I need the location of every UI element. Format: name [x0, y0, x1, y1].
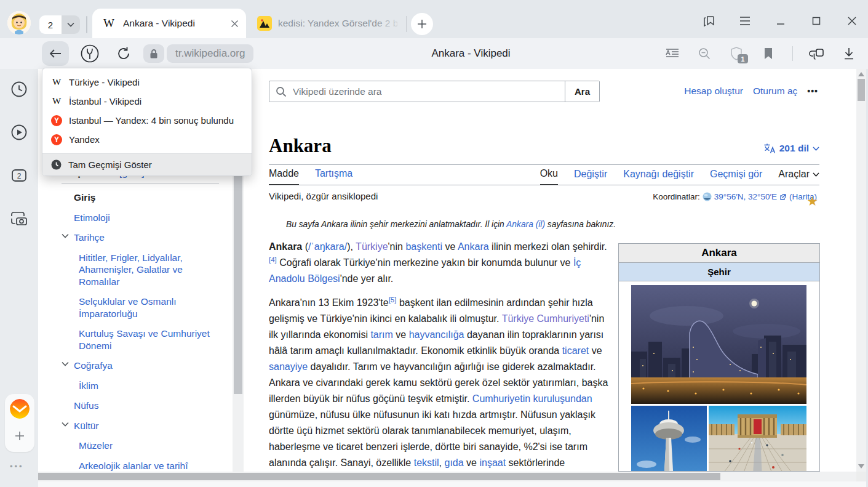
infobox-photo-atakule-tower[interactable] [631, 406, 707, 472]
tab-group-count[interactable]: 2 [39, 15, 62, 34]
tab-ankara-vikipedi[interactable]: W Ankara - Vikipedi [92, 9, 246, 38]
new-tab-button[interactable] [411, 13, 433, 35]
toc-item-tarihce[interactable]: Tarihçe [62, 231, 223, 244]
protect-shield-button[interactable]: 1 [728, 46, 744, 62]
menu-button[interactable] [738, 14, 752, 28]
bookmark-page-button[interactable] [760, 46, 776, 62]
wiki-search-input[interactable] [293, 86, 565, 97]
tabs-panel-button[interactable]: 2 [9, 165, 30, 186]
screenshot-camera-icon [9, 210, 29, 227]
close-window-button[interactable] [845, 14, 859, 28]
download-icon [843, 47, 855, 60]
add-widget-button[interactable] [10, 426, 30, 446]
tab-gecmisi-gor[interactable]: Geçmişi gör [710, 169, 762, 185]
toc-divider [62, 183, 219, 184]
toolbar-separator [792, 46, 793, 61]
tab-tartisma[interactable]: Tartışma [315, 168, 352, 185]
close-tab-icon[interactable] [231, 20, 239, 28]
scroll-up-arrow[interactable] [858, 72, 864, 76]
wiki-search-button[interactable]: Ara [565, 81, 599, 102]
language-selector[interactable]: 201 dil [763, 143, 819, 154]
yandex-favicon: Y [51, 115, 62, 126]
toc-item-kurtulus[interactable]: Kurtuluş Savaşı ve Cumhuriyet Dönemi [62, 328, 223, 352]
toc-item-nufus[interactable]: Nüfus [62, 400, 223, 412]
site-security-button[interactable] [143, 44, 164, 63]
infobox-photo-cityscape-night[interactable] [631, 285, 806, 404]
sidebar-more-button[interactable]: ••• [10, 462, 24, 471]
browser-tab-bar: 2 W Ankara - Vikipedi kedisi: Yandex Gör… [0, 0, 868, 38]
reader-mode-button[interactable] [664, 46, 680, 62]
chevron-down-icon [813, 172, 819, 177]
toc-item-iklim[interactable]: İklim [62, 380, 223, 392]
tab-araclar[interactable]: Araçlar [778, 169, 819, 185]
url-text: tr.wikipedia.org [175, 47, 245, 60]
vertical-scrollbar-thumb[interactable] [858, 79, 865, 101]
back-button[interactable] [42, 41, 69, 66]
toc-item-cografya[interactable]: Coğrafya [62, 360, 223, 372]
infobox-title: Ankara [619, 244, 819, 263]
infobox-photo-row [631, 406, 807, 472]
featured-article-star-icon[interactable]: ★ [806, 194, 818, 209]
create-account-link[interactable]: Hesap oluştur [684, 86, 743, 97]
address-bar[interactable]: tr.wikipedia.org [167, 44, 253, 63]
toc-item-kultur[interactable]: Kültür [62, 420, 223, 432]
tab-madde[interactable]: Madde [269, 168, 299, 185]
account-more-button[interactable]: ••• [807, 86, 818, 96]
page-horizontal-scrollbar[interactable] [38, 472, 856, 481]
collections-icon [702, 14, 717, 28]
yandex-home-button[interactable] [79, 43, 101, 64]
key-icon [809, 46, 825, 61]
profile-avatar[interactable] [7, 11, 31, 34]
toolbar-page-title[interactable]: Ankara - Vikipedi [265, 38, 677, 69]
history-button[interactable] [9, 79, 30, 100]
tab-degistir[interactable]: Değiştir [574, 169, 607, 185]
chevron-down-icon[interactable] [62, 422, 69, 427]
site-subtitle: Vikipedi, özgür ansiklopedi [269, 191, 378, 201]
horizontal-scrollbar-thumb[interactable] [38, 473, 720, 480]
toc-item-muzeler[interactable]: Müzeler [62, 440, 223, 452]
show-full-history-button[interactable]: Tam Geçmişi Göster [42, 153, 252, 175]
page-vertical-scrollbar[interactable] [856, 69, 866, 472]
tab-group-counter[interactable]: 2 [39, 15, 80, 34]
toc-item-selcuklular[interactable]: Selçuklular ve Osmanlı İmparatorluğu [62, 296, 223, 320]
chevron-down-icon[interactable] [62, 233, 69, 238]
reload-button[interactable] [113, 43, 134, 64]
history-dropdown: W Türkiye - Vikipedi W İstanbul - Vikipe… [42, 68, 252, 176]
toc-scrollbar[interactable] [233, 167, 244, 472]
tab-kedisi-yandex-gorsel[interactable]: kedisi: Yandex Görsel'de 2 b [249, 9, 404, 38]
zoom-page-button[interactable] [696, 46, 712, 62]
tab-kaynagi-degistir[interactable]: Kaynağı değiştir [623, 169, 694, 185]
tab-oku[interactable]: Oku [540, 168, 558, 185]
magnifier-minus-icon [698, 47, 711, 60]
infobox-photo-anitkabir[interactable] [709, 406, 806, 472]
toc-item-hititler[interactable]: Hititler, Frigler, Lidyalılar, Ahamenişl… [62, 252, 223, 288]
collections-button[interactable] [702, 14, 717, 28]
toc-item-etimoloji[interactable]: Etimoloji [62, 212, 223, 224]
toc-item-giris[interactable]: Giriş [62, 191, 223, 204]
screenshot-button[interactable] [9, 208, 30, 229]
tab-group-chevron[interactable] [62, 15, 80, 34]
chevron-down-icon [813, 147, 819, 151]
window-controls [702, 12, 859, 30]
coordinates-value[interactable]: 39°56′N, 32°50′E [714, 192, 777, 201]
globe-icon [703, 192, 712, 201]
passwords-button[interactable] [809, 46, 825, 62]
yandex-mail-button[interactable] [10, 399, 30, 419]
chevron-down-icon[interactable] [62, 361, 69, 366]
reader-mode-icon [666, 48, 679, 59]
search-icon [269, 86, 293, 97]
login-link[interactable]: Oturum aç [753, 86, 797, 97]
maximize-button[interactable] [809, 14, 824, 28]
scroll-down-arrow[interactable] [858, 464, 864, 469]
video-button[interactable] [9, 122, 30, 143]
history-item-turkiye[interactable]: W Türkiye - Vikipedi [42, 73, 252, 92]
history-item-istanbul-vikipedi[interactable]: W İstanbul - Vikipedi [42, 92, 252, 111]
downloads-button[interactable] [841, 46, 857, 62]
minimize-button[interactable] [773, 14, 788, 28]
wikipedia-favicon: W [51, 96, 62, 107]
toc-scrollbar-thumb[interactable] [234, 170, 242, 394]
history-item-istanbul-yandex[interactable]: Y Istanbul — Yandex: 4 bin sonuç bulundu [42, 111, 252, 130]
back-arrow-icon [49, 48, 62, 59]
history-item-yandex[interactable]: Y Yandex [42, 130, 252, 149]
wikipedia-favicon: W [103, 17, 114, 30]
